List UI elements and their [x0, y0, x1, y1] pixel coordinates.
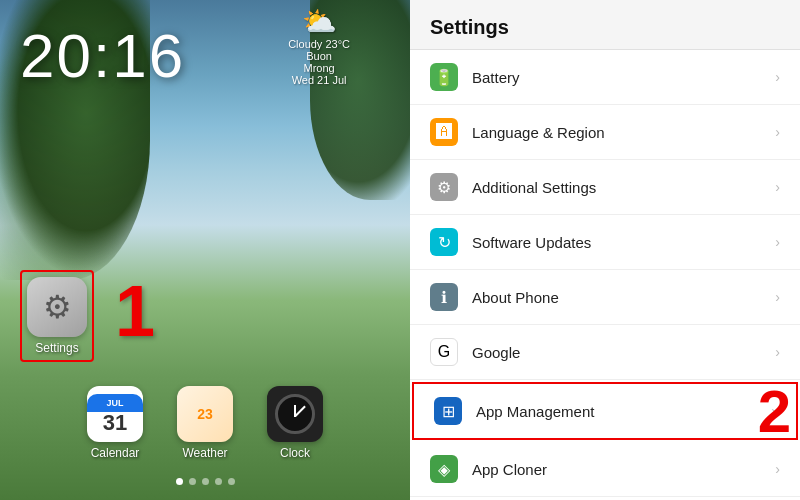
chevron-icon-additional: ›	[775, 179, 780, 195]
settings-icon-app-cloner: ◈	[430, 455, 458, 483]
settings-icon-language: 🅰	[430, 118, 458, 146]
weather-temp: Cloudy 23°C	[288, 38, 350, 50]
step-2-number: 2	[758, 377, 791, 446]
clock-app[interactable]: Clock	[260, 386, 330, 460]
page-dot-1	[176, 478, 183, 485]
calendar-day: 31	[103, 412, 127, 434]
calendar-app-icon[interactable]: JUL 31	[87, 386, 143, 442]
step-1-number: 1	[115, 270, 155, 352]
settings-list: 🔋Battery›🅰Language & Region›⚙Additional …	[410, 50, 800, 500]
settings-item-about[interactable]: ℹAbout Phone›	[410, 270, 800, 325]
settings-title: Settings	[410, 0, 800, 50]
cloud-icon: ⛅	[302, 8, 337, 36]
chevron-icon-about: ›	[775, 289, 780, 305]
settings-icon-about: ℹ	[430, 283, 458, 311]
weather-app-icon[interactable]: 23	[177, 386, 233, 442]
chevron-icon-google: ›	[775, 344, 780, 360]
phone-screen: 20:16 ⛅ Cloudy 23°C Buon Mrong Wed 21 Ju…	[0, 0, 410, 500]
settings-icon-software: ↻	[430, 228, 458, 256]
settings-label-additional: Additional Settings	[472, 179, 775, 196]
weather-city: Mrong	[303, 62, 334, 74]
settings-label-about: About Phone	[472, 289, 775, 306]
settings-label-battery: Battery	[472, 69, 775, 86]
clock-app-icon[interactable]	[267, 386, 323, 442]
settings-item-additional[interactable]: ⚙Additional Settings›	[410, 160, 800, 215]
chevron-icon-software: ›	[775, 234, 780, 250]
settings-app-highlighted[interactable]: ⚙ Settings	[20, 270, 94, 362]
calendar-app[interactable]: JUL 31 Calendar	[80, 386, 150, 460]
weather-widget: ⛅ Cloudy 23°C Buon Mrong Wed 21 Jul	[288, 8, 350, 86]
settings-icon-google: G	[430, 338, 458, 366]
settings-label-software: Software Updates	[472, 234, 775, 251]
settings-item-battery[interactable]: 🔋Battery›	[410, 50, 800, 105]
clock-minute-hand	[294, 406, 305, 417]
chevron-icon-battery: ›	[775, 69, 780, 85]
calendar-app-label: Calendar	[91, 446, 140, 460]
chevron-icon-app-cloner: ›	[775, 461, 780, 477]
page-indicator	[0, 478, 410, 485]
clock-app-label: Clock	[280, 446, 310, 460]
settings-icon-additional: ⚙	[430, 173, 458, 201]
settings-label-app-cloner: App Cloner	[472, 461, 775, 478]
settings-label-language: Language & Region	[472, 124, 775, 141]
settings-item-app-cloner[interactable]: ◈App Cloner›	[410, 442, 800, 497]
weather-location: Buon	[306, 50, 332, 62]
weather-app[interactable]: 23 Weather	[170, 386, 240, 460]
settings-icon-app-management: ⊞	[434, 397, 462, 425]
settings-item-language[interactable]: 🅰Language & Region›	[410, 105, 800, 160]
weather-app-label: Weather	[182, 446, 227, 460]
settings-label-app-management: App Management	[476, 403, 771, 420]
settings-item-google[interactable]: GGoogle›	[410, 325, 800, 380]
settings-app-icon[interactable]: ⚙	[27, 277, 87, 337]
bottom-app-dock: JUL 31 Calendar 23 Weather Clock	[0, 386, 410, 460]
settings-app-label: Settings	[35, 341, 78, 355]
settings-label-google: Google	[472, 344, 775, 361]
chevron-icon-language: ›	[775, 124, 780, 140]
phone-time: 20:16	[20, 20, 185, 91]
weather-app-num: 23	[197, 406, 213, 422]
page-dot-2	[189, 478, 196, 485]
clock-face	[275, 394, 315, 434]
settings-item-software[interactable]: ↻Software Updates›	[410, 215, 800, 270]
page-dot-4	[215, 478, 222, 485]
settings-panel: Settings 🔋Battery›🅰Language & Region›⚙Ad…	[410, 0, 800, 500]
page-dot-5	[228, 478, 235, 485]
settings-item-app-management[interactable]: ⊞App Management›2	[412, 382, 798, 440]
weather-date: Wed 21 Jul	[292, 74, 347, 86]
page-dot-3	[202, 478, 209, 485]
settings-icon-battery: 🔋	[430, 63, 458, 91]
